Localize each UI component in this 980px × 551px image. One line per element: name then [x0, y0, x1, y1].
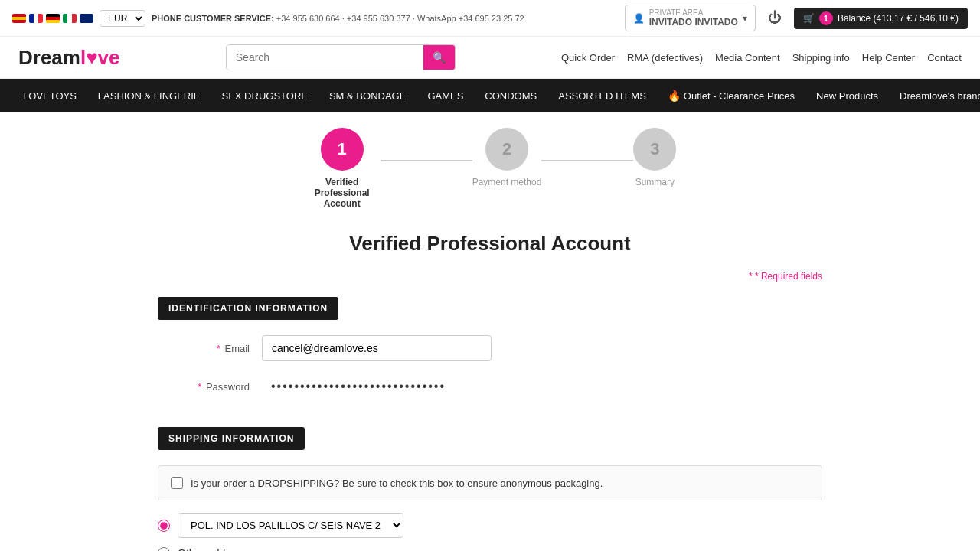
- step-1-label: Verified Professional Account: [304, 177, 381, 209]
- logo[interactable]: Dreaml♥ve: [18, 46, 120, 70]
- identification-section: IDENTIFICATION INFORMATION * Email * Pas…: [158, 297, 822, 399]
- address-radio-1[interactable]: [158, 520, 170, 532]
- help-center-link[interactable]: Help Center: [862, 52, 915, 64]
- cart-icon: 🛒: [803, 13, 815, 24]
- chevron-down-icon: ▾: [743, 13, 747, 24]
- power-icon[interactable]: ⏻: [768, 10, 782, 26]
- flag-de[interactable]: [46, 14, 60, 23]
- nav-outlet[interactable]: 🔥 Outlet - Clearance Prices: [657, 79, 805, 112]
- step-2: 2 Payment method: [472, 128, 542, 187]
- password-row: * Password: [158, 373, 822, 399]
- flag-it[interactable]: [63, 14, 77, 23]
- private-area-label: PRIVATE AREA: [649, 8, 738, 17]
- media-content-link[interactable]: Media Content: [715, 52, 780, 64]
- nav-fashion[interactable]: FASHION & LINGERIE: [87, 80, 211, 112]
- step-connector-2: [541, 160, 633, 161]
- nav-games[interactable]: GAMES: [416, 80, 474, 112]
- flag-fr[interactable]: [29, 14, 43, 23]
- dropship-checkbox[interactable]: [171, 477, 183, 489]
- step-1-circle: 1: [321, 128, 364, 171]
- rma-link[interactable]: RMA (defectives): [627, 52, 703, 64]
- contact-link[interactable]: Contact: [927, 52, 962, 64]
- fire-icon: 🔥: [668, 90, 681, 102]
- password-label: * Password: [158, 381, 250, 393]
- nav-dreamlove-brands[interactable]: Dreamlove's brands: [889, 80, 980, 112]
- steps-indicator: 1 Verified Professional Account 2 Paymen…: [158, 128, 822, 209]
- address-radio-2[interactable]: [158, 547, 170, 551]
- step-2-circle: 2: [485, 128, 528, 171]
- other-address-row: Other address: [158, 547, 822, 551]
- cart-balance: Balance (413,17 € / 546,10 €): [838, 13, 959, 24]
- top-bar: EUR PHONE CUSTOMER SERVICE: +34 955 630 …: [0, 0, 980, 37]
- password-field[interactable]: [262, 373, 492, 399]
- step-connector-1: [381, 160, 472, 161]
- dropship-label[interactable]: Is your order a DROPSHIPPING? Be sure to…: [191, 478, 603, 489]
- nav-bar: LOVETOYS FASHION & LINGERIE SEX DRUGSTOR…: [0, 79, 980, 112]
- search-bar[interactable]: 🔍: [226, 44, 456, 70]
- email-label: * Email: [158, 343, 250, 354]
- flag-es[interactable]: [12, 14, 26, 23]
- user-icon: 👤: [633, 13, 645, 24]
- main-content: 1 Verified Professional Account 2 Paymen…: [145, 112, 835, 551]
- private-area-button[interactable]: 👤 PRIVATE AREA INVITADO INVITADO ▾: [625, 5, 756, 31]
- identification-header: IDENTIFICATION INFORMATION: [158, 297, 338, 320]
- email-row: * Email: [158, 335, 822, 361]
- address-radio-row: POL. IND LOS PALILLOS C/ SEIS NAVE 2: [158, 513, 822, 538]
- required-note: * * Required fields: [158, 271, 822, 282]
- language-flags[interactable]: [12, 14, 93, 23]
- cart-button[interactable]: 🛒 1 Balance (413,17 € / 546,10 €): [794, 8, 968, 29]
- email-field[interactable]: [262, 335, 492, 361]
- cart-count: 1: [819, 11, 833, 25]
- currency-select[interactable]: EUR: [100, 10, 145, 27]
- quick-order-link[interactable]: Quick Order: [561, 52, 615, 64]
- search-input[interactable]: [227, 45, 423, 70]
- phone-info: PHONE CUSTOMER SERVICE: +34 955 630 664 …: [152, 14, 524, 23]
- nav-new-products[interactable]: New Products: [805, 80, 889, 112]
- step-2-label: Payment method: [472, 177, 542, 187]
- nav-lovetoys[interactable]: LOVETOYS: [12, 80, 87, 112]
- nav-sex-drugstore[interactable]: SEX DRUGSTORE: [211, 80, 318, 112]
- shipping-header: SHIPPING INFORMATION: [158, 427, 305, 450]
- top-bar-right: 👤 PRIVATE AREA INVITADO INVITADO ▾ ⏻ 🛒 1…: [625, 5, 968, 31]
- header-nav: Quick Order RMA (defectives) Media Conte…: [561, 52, 962, 64]
- step-1: 1 Verified Professional Account: [304, 128, 381, 209]
- shipping-info-link[interactable]: Shipping info: [792, 52, 850, 64]
- step-3-circle: 3: [633, 128, 676, 171]
- other-address-label[interactable]: Other address: [178, 547, 246, 551]
- nav-sm-bondage[interactable]: SM & BONDAGE: [318, 80, 416, 112]
- step-3: 3 Summary: [633, 128, 676, 187]
- page-title: Verified Professional Account: [158, 232, 822, 256]
- address-select[interactable]: POL. IND LOS PALILLOS C/ SEIS NAVE 2: [178, 513, 403, 538]
- dropship-box: Is your order a DROPSHIPPING? Be sure to…: [158, 465, 822, 500]
- step-3-label: Summary: [635, 177, 675, 187]
- header: Dreaml♥ve 🔍 Quick Order RMA (defectives)…: [0, 37, 980, 79]
- user-name: INVITADO INVITADO: [649, 17, 738, 28]
- flag-gb[interactable]: [80, 14, 93, 23]
- top-bar-left: EUR PHONE CUSTOMER SERVICE: +34 955 630 …: [12, 10, 524, 27]
- nav-condoms[interactable]: CONDOMS: [474, 80, 547, 112]
- search-button[interactable]: 🔍: [423, 45, 455, 70]
- shipping-section: SHIPPING INFORMATION Is your order a DRO…: [158, 427, 822, 551]
- nav-assorted[interactable]: ASSORTED ITEMS: [547, 80, 657, 112]
